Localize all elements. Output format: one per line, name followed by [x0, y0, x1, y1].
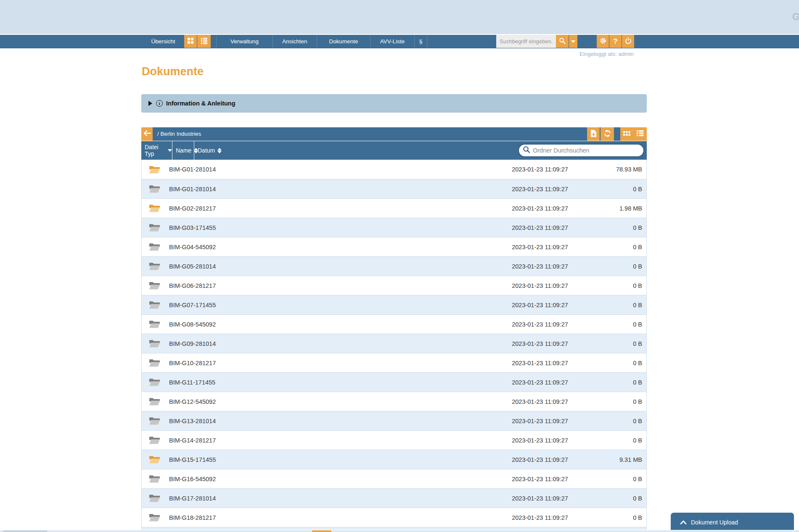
refresh-button[interactable] — [601, 127, 614, 141]
nav-item-avv-liste[interactable]: AVV-Liste — [370, 35, 414, 48]
folder-date: 2023-01-23 11:09:27 — [504, 224, 576, 231]
folder-size: 0 B — [633, 514, 642, 521]
folder-date: 2023-01-23 11:09:27 — [504, 456, 576, 463]
search-options-button[interactable] — [569, 35, 577, 48]
back-button[interactable] — [141, 127, 153, 141]
folder-name: BIM-G08-545092 — [169, 321, 216, 328]
table-row[interactable]: BIM-G15-171455 2023-01-23 11:09:27 9.31 … — [142, 450, 646, 469]
help-button[interactable]: ? — [609, 35, 622, 48]
folder-search-input[interactable] — [533, 147, 638, 154]
table-row[interactable]: BIM-G02-281217 2023-01-23 11:09:27 1.98 … — [142, 198, 646, 218]
nav-item-dokumente[interactable]: Dokumente — [317, 35, 370, 48]
nav-item-ansichten[interactable]: Ansichten — [273, 35, 317, 48]
folder-name: BIM-G16-545092 — [169, 476, 216, 482]
folder-name: BIM-G07-171455 — [169, 302, 216, 308]
table-row[interactable]: BIM-G01-281014 2023-01-23 11:09:27 78.93… — [142, 160, 646, 179]
folder-date: 2023-01-23 11:09:27 — [504, 398, 576, 405]
folder-name: BIM-G12-545092 — [169, 398, 216, 405]
sort-down-icon — [168, 149, 172, 152]
folder-icon — [149, 397, 160, 406]
folder-icon — [149, 242, 160, 251]
logged-in-status: Eingeloggt als: admin — [496, 51, 634, 57]
folder-icon — [149, 436, 160, 445]
list-icon — [201, 37, 208, 46]
breadcrumb-bar: / Berlin Industries — [141, 127, 647, 141]
folder-date: 2023-01-23 11:09:27 — [504, 476, 576, 482]
folder-name: BIM-G01-281014 — [169, 166, 216, 173]
folder-name: BIM-G01-281014 — [169, 186, 216, 192]
page-title: Dokumente — [142, 65, 204, 78]
folder-size: 0 B — [633, 263, 642, 270]
folder-date: 2023-01-23 11:09:27 — [504, 166, 576, 173]
top-header-strip: G — [0, 0, 799, 34]
folder-size: 0 B — [633, 340, 642, 347]
column-header-datum[interactable]: Datum — [194, 141, 227, 160]
folder-size: 0 B — [633, 302, 642, 308]
grid-view-button[interactable] — [620, 127, 633, 141]
folder-size: 0 B — [633, 398, 642, 405]
table-row[interactable]: BIM-G06-281217 2023-01-23 11:09:27 0 B — [142, 276, 646, 295]
nav-item-verwaltung[interactable]: Verwaltung — [216, 35, 273, 48]
table-row[interactable]: BIM-G17-281014 2023-01-23 11:09:27 0 B — [142, 488, 646, 508]
folder-date: 2023-01-23 11:09:27 — [504, 340, 576, 347]
table-row[interactable]: BIM-G11-171455 2023-01-23 11:09:27 0 B — [142, 372, 646, 392]
table-row[interactable]: BIM-G03-171455 2023-01-23 11:09:27 0 B — [142, 218, 646, 237]
folder-list: BIM-G01-281014 2023-01-23 11:09:27 78.93… — [141, 160, 647, 527]
horizontal-scrollbar[interactable] — [0, 530, 799, 532]
table-row[interactable]: BIM-G12-545092 2023-01-23 11:09:27 0 B — [142, 392, 646, 411]
folder-size: 0 B — [633, 282, 642, 289]
logo-letter: G — [792, 11, 799, 23]
folder-size: 0 B — [633, 437, 642, 444]
folder-icon — [149, 339, 160, 348]
table-row[interactable]: BIM-G07-171455 2023-01-23 11:09:27 0 B — [142, 295, 646, 314]
table-row[interactable]: BIM-G04-545092 2023-01-23 11:09:27 0 B — [142, 237, 646, 256]
search-button[interactable] — [556, 35, 569, 48]
list-bullets-icon — [636, 130, 644, 138]
info-icon: i — [156, 100, 163, 107]
folder-size: 0 B — [633, 321, 642, 328]
settings-button[interactable] — [597, 35, 609, 48]
folder-name: BIM-G03-171455 — [169, 224, 216, 231]
scrollbar-thumb[interactable] — [3, 530, 47, 532]
folder-size: 0 B — [633, 244, 642, 250]
folder-name: BIM-G13-281014 — [169, 418, 216, 424]
folder-size: 0 B — [633, 224, 642, 231]
column-header-name[interactable]: Name — [172, 141, 194, 160]
table-row[interactable]: BIM-G05-281014 2023-01-23 11:09:27 0 B — [142, 256, 646, 276]
table-row[interactable]: BIM-G18-281217 2023-01-23 11:09:27 0 B — [142, 508, 646, 527]
document-upload-panel[interactable]: Dokument Upload — [671, 513, 794, 532]
table-row[interactable]: BIM-G13-281014 2023-01-23 11:09:27 0 B — [142, 411, 646, 430]
table-row[interactable]: BIM-G10-281217 2023-01-23 11:09:27 0 B — [142, 353, 646, 372]
table-row[interactable]: BIM-G08-545092 2023-01-23 11:09:27 0 B — [142, 314, 646, 334]
folder-name: BIM-G09-281014 — [169, 340, 216, 347]
folder-size: 1.98 MB — [619, 205, 642, 212]
upload-document-button[interactable] — [587, 127, 600, 141]
folder-name: BIM-G10-281217 — [169, 360, 216, 366]
folder-icon — [149, 474, 160, 483]
chevron-up-icon — [680, 519, 687, 526]
info-banner-label: Information & Anleitung — [166, 100, 235, 107]
table-row[interactable]: BIM-G09-281014 2023-01-23 11:09:27 0 B — [142, 334, 646, 353]
folder-icon — [149, 281, 160, 290]
folder-icon — [149, 416, 160, 425]
nav-item-paragraph[interactable]: § — [414, 35, 427, 48]
info-banner[interactable]: i Information & Anleitung — [141, 94, 647, 113]
table-row[interactable]: BIM-G16-545092 2023-01-23 11:09:27 0 B — [142, 469, 646, 488]
scrollbar-indicator-orange[interactable] — [312, 530, 331, 532]
folder-icon — [149, 513, 160, 522]
table-row[interactable]: BIM-G01-281014 2023-01-23 11:09:27 0 B — [142, 179, 646, 198]
logout-power-button[interactable] — [622, 35, 634, 48]
folder-size: 0 B — [633, 476, 642, 482]
list-view-toggle-button[interactable] — [197, 35, 211, 48]
column-label: Datum — [198, 147, 215, 154]
list-view-button[interactable] — [633, 127, 647, 141]
global-search-input[interactable] — [496, 35, 556, 48]
partial-next-row — [141, 527, 647, 530]
folder-date: 2023-01-23 11:09:27 — [504, 379, 576, 386]
table-row[interactable]: BIM-G14-281217 2023-01-23 11:09:27 0 B — [142, 430, 646, 450]
nav-item-uebersicht[interactable]: Übersicht — [143, 35, 183, 48]
folder-name: BIM-G17-281014 — [169, 495, 216, 502]
grid-view-toggle-button[interactable] — [184, 35, 197, 48]
column-header-datei-typ[interactable]: Datei Typ — [141, 141, 172, 160]
folder-date: 2023-01-23 11:09:27 — [504, 437, 576, 444]
